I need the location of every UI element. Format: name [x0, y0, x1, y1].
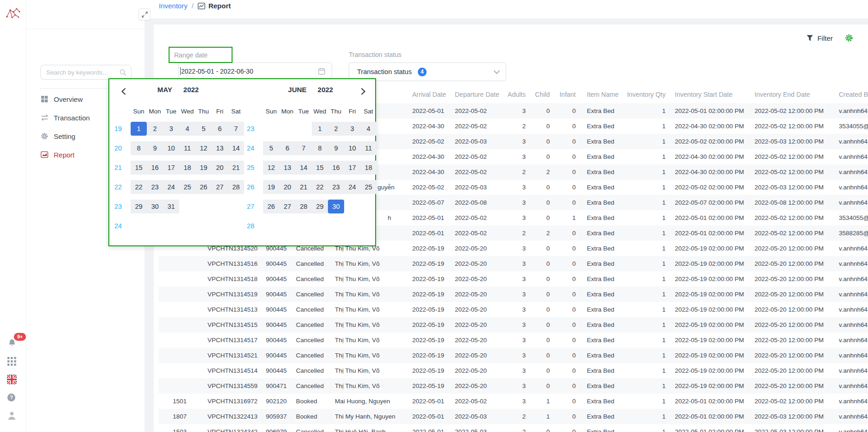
day-cell[interactable]: 28	[228, 180, 244, 194]
table-row[interactable]: VPCHTN1314521900445CancelledThị Thu Kim,…	[158, 348, 868, 363]
day-cell[interactable]: 11	[179, 141, 195, 155]
table-row[interactable]: VPCHTN1314515900445CancelledThị Thu Kim,…	[158, 317, 868, 332]
day-cell[interactable]: 16	[328, 161, 344, 175]
day-cell[interactable]: 11	[360, 141, 377, 155]
day-cell[interactable]: 18	[179, 161, 195, 175]
table-cell: 0	[527, 348, 551, 363]
table-cell: Thị Thu Kim, Võ	[329, 363, 408, 378]
breadcrumb-inventory-link[interactable]: Inventory	[159, 2, 188, 10]
day-cell[interactable]: 15	[131, 161, 147, 175]
day-cell[interactable]: 23	[147, 180, 163, 194]
day-cell[interactable]: 18	[360, 161, 377, 175]
day-cell[interactable]: 17	[163, 161, 179, 175]
table-row[interactable]: VPCHTN1314514900445CancelledThị Thu Kim,…	[158, 363, 868, 378]
day-cell[interactable]: 27	[279, 200, 296, 213]
day-cell[interactable]: 19	[263, 180, 279, 194]
table-row[interactable]: 1501VPCHTN1316972902120BookedMai Huong, …	[158, 394, 868, 409]
calendar-year[interactable]: 2022	[318, 86, 333, 94]
day-cell[interactable]: 29	[312, 200, 328, 213]
day-cell[interactable]: 3	[163, 122, 179, 136]
day-cell[interactable]: 31	[163, 200, 179, 213]
day-cell[interactable]: 6	[212, 122, 228, 136]
sidebar-collapse-button[interactable]	[138, 8, 151, 20]
table-row[interactable]: VPCHTN1314517900445CancelledThị Thu Kim,…	[158, 332, 868, 348]
day-cell[interactable]: 5	[263, 141, 279, 155]
apps-grid-icon[interactable]	[7, 357, 16, 366]
day-cell[interactable]: 13	[212, 141, 228, 155]
table-row[interactable]: VPCHTN1314518900445CancelledThị Thu Kim,…	[158, 271, 868, 287]
day-cell[interactable]: 17	[344, 161, 360, 175]
table-row[interactable]: VPCHTN1314559900471CancelledThị Thu Kim,…	[158, 378, 868, 394]
day-cell-empty	[263, 219, 279, 233]
day-cell[interactable]: 13	[279, 161, 296, 175]
table-row[interactable]: VPCHTN1314516900445CancelledThị Thu Kim,…	[158, 256, 868, 271]
day-cell[interactable]: 9	[147, 141, 163, 155]
day-cell[interactable]: 24	[344, 180, 360, 194]
day-cell[interactable]: 22	[131, 180, 147, 194]
day-cell[interactable]: 22	[312, 180, 328, 194]
day-cell[interactable]: 19	[195, 161, 212, 175]
day-cell[interactable]: 21	[296, 180, 312, 194]
table-row[interactable]: VPCHTN1314519900445CancelledThị Thu Kim,…	[158, 287, 868, 302]
day-cell[interactable]: 28	[296, 200, 312, 213]
day-cell[interactable]: 30	[147, 200, 163, 213]
table-cell: 1	[621, 180, 670, 195]
search-input[interactable]	[41, 65, 131, 79]
calendar-month-name[interactable]: JUNE	[288, 86, 307, 94]
table-row[interactable]: 1503VPCHTN1324342906979CancelledThị Huệ …	[158, 424, 868, 432]
filter-button[interactable]: Filter	[806, 34, 853, 42]
table-cell: 2022-05-01 02:00:00 PM	[670, 103, 750, 119]
day-cell[interactable]: 4	[179, 122, 195, 136]
day-cell[interactable]: 29	[131, 200, 147, 213]
day-cell[interactable]: 15	[312, 161, 328, 175]
day-cell[interactable]: 10	[163, 141, 179, 155]
help-icon[interactable]: ?	[7, 394, 15, 401]
day-cell[interactable]: 5	[195, 122, 212, 136]
day-cell[interactable]: 24	[163, 180, 179, 194]
day-cell[interactable]: 21	[228, 161, 244, 175]
table-row[interactable]: 1807VPCHTN1322413905937BookedThi My Hanh…	[158, 409, 868, 424]
day-cell[interactable]: 4	[360, 122, 377, 136]
day-cell[interactable]: 14	[296, 161, 312, 175]
day-cell[interactable]: 10	[344, 141, 360, 155]
app-logo-icon[interactable]	[5, 7, 21, 20]
uk-flag-icon[interactable]	[7, 375, 17, 384]
day-cell[interactable]: 6	[279, 141, 296, 155]
day-cell[interactable]: 12	[263, 161, 279, 175]
table-cell: 0	[551, 225, 583, 241]
day-cell[interactable]: 16	[147, 161, 163, 175]
day-cell[interactable]: 8	[312, 141, 328, 155]
day-cell[interactable]: 14	[228, 141, 244, 155]
day-cell[interactable]: 30	[328, 200, 344, 213]
calendar-year[interactable]: 2022	[183, 86, 199, 94]
day-cell[interactable]: 9	[328, 141, 344, 155]
table-cell: Extra Bed	[583, 424, 621, 432]
day-cell-empty	[279, 219, 296, 233]
day-cell[interactable]: 25	[360, 180, 377, 194]
day-cell[interactable]: 26	[195, 180, 212, 194]
day-cell[interactable]: 7	[296, 141, 312, 155]
day-cell[interactable]: 8	[131, 141, 147, 155]
day-cell[interactable]: 20	[279, 180, 296, 194]
day-cell[interactable]: 1	[131, 122, 147, 136]
sidebar-search[interactable]	[40, 65, 132, 80]
day-cell[interactable]: 2	[328, 122, 344, 136]
table-cell: 2022-05-07 02:00:00 PM	[670, 195, 750, 210]
table-cell: 2	[503, 409, 527, 424]
day-cell[interactable]: 25	[179, 180, 195, 194]
calendar-month-name[interactable]: MAY	[157, 86, 172, 94]
day-cell[interactable]: 20	[212, 161, 228, 175]
day-cell[interactable]: 1	[312, 122, 328, 136]
day-cell[interactable]: 3	[344, 122, 360, 136]
table-row[interactable]: VPCHTN1314513900445CancelledThị Thu Kim,…	[158, 302, 868, 317]
user-icon[interactable]	[7, 411, 16, 420]
day-cell[interactable]: 23	[328, 180, 344, 194]
day-cell[interactable]: 12	[195, 141, 212, 155]
table-cell	[188, 256, 208, 271]
day-cell[interactable]: 26	[263, 200, 279, 213]
settings-gear-icon[interactable]	[845, 34, 853, 42]
day-cell[interactable]: 27	[212, 180, 228, 194]
day-cell[interactable]: 7	[228, 122, 244, 136]
range-date-input[interactable]: 2022-05-01 - 2022-06-30	[178, 63, 332, 80]
day-cell[interactable]: 2	[147, 122, 163, 136]
